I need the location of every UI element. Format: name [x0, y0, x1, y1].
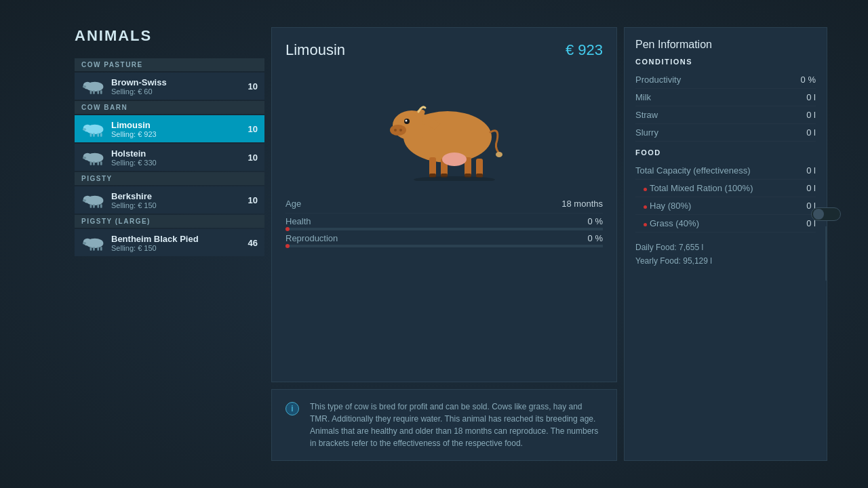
left-panel: ANIMALS COW PASTURE Brown-SwissSelling: … [75, 27, 264, 461]
animal-selling: Selling: € 923 [111, 130, 243, 138]
pen-condition-row: Milk 0 l [635, 89, 816, 106]
svg-rect-3 [90, 90, 92, 94]
stat-label: Age [285, 199, 301, 209]
stat-value: 18 months [561, 199, 603, 209]
animal-icon [81, 190, 106, 209]
svg-rect-17 [90, 161, 92, 165]
animal-detail-price: € 923 [566, 41, 603, 59]
pen-food-label: Total Capacity (effectiveness) [635, 165, 751, 176]
pen-stat-value: 0 l [806, 110, 816, 120]
svg-point-22 [83, 196, 92, 203]
animal-detail-card: Limousin € 923 [271, 27, 617, 382]
svg-point-8 [83, 125, 92, 132]
pen-stat-value: 0 l [806, 92, 816, 102]
sidebar: COW PASTURE Brown-SwissSelling: € 6010CO… [75, 58, 264, 256]
animal-info: LimousinSelling: € 923 [111, 120, 243, 138]
svg-rect-24 [90, 204, 92, 207]
section-header-cow-pasture: COW PASTURE [75, 58, 264, 71]
animal-item-bentheim[interactable]: Bentheim Black PiedSelling: € 15046 [75, 229, 264, 256]
section-header-pigsty: PIGSTY [75, 172, 264, 185]
right-panel: Pen Information CONDITIONS Productivity … [624, 27, 827, 461]
animal-stats: Age 18 months Health 0 % Reproduction 0 … [285, 195, 603, 247]
pen-stat-label: Milk [635, 92, 651, 102]
stat-value: 0 % [588, 233, 603, 243]
animal-name: Bentheim Black Pied [111, 234, 243, 244]
food-section-label: FOOD [635, 148, 816, 157]
section-header-pigsty-large: PIGSTY (LARGE) [75, 215, 264, 228]
svg-point-9 [83, 128, 86, 131]
pen-food-label: Grass (40%) [644, 218, 699, 228]
svg-rect-11 [93, 133, 95, 136]
svg-point-1 [83, 82, 92, 89]
stat-label: Reproduction [285, 233, 338, 243]
animal-selling: Selling: € 60 [111, 87, 243, 96]
food-list: Total Capacity (effectiveness) 0 lTotal … [635, 162, 816, 232]
pen-stat-label: Slurry [635, 127, 658, 138]
svg-rect-13 [100, 133, 102, 136]
toggle-switch[interactable] [811, 207, 841, 221]
svg-rect-33 [97, 247, 99, 250]
page-title: ANIMALS [75, 27, 264, 45]
animal-item-holstein[interactable]: HolsteinSelling: € 33010 [75, 144, 264, 171]
daily-food: Daily Food: 7,655 l [635, 241, 816, 254]
animal-info: HolsteinSelling: € 330 [111, 148, 243, 167]
svg-point-23 [83, 199, 86, 202]
svg-rect-18 [93, 161, 95, 165]
pen-info-card: Pen Information CONDITIONS Productivity … [624, 27, 827, 461]
animal-name: Berkshire [111, 191, 243, 201]
pen-info-title: Pen Information [635, 39, 816, 51]
pen-stat-value: 0 % [801, 75, 816, 85]
yearly-food: Yearly Food: 95,129 l [635, 254, 816, 268]
section-header-cow-barn: COW BARN [75, 101, 264, 114]
svg-rect-25 [93, 204, 95, 207]
svg-point-37 [390, 125, 406, 136]
animal-icon [81, 233, 106, 252]
animal-count: 10 [248, 81, 258, 92]
svg-point-51 [496, 152, 502, 157]
description-card: i This type of cow is bred for profit an… [271, 389, 617, 461]
animal-name: Brown-Swiss [111, 77, 243, 87]
svg-point-38 [394, 129, 397, 131]
animal-count: 46 [248, 238, 258, 248]
pen-food-row: Total Mixed Ration (100%) 0 l [635, 180, 816, 197]
pen-stat-value: 0 l [806, 127, 816, 138]
toggle-bar [825, 226, 827, 281]
svg-point-2 [83, 85, 86, 88]
pen-food-value: 0 l [806, 165, 816, 176]
stat-value: 0 % [588, 216, 603, 226]
animal-icon [81, 119, 106, 138]
pen-stat-label: Straw [635, 110, 658, 120]
pen-food-label: Hay (80%) [644, 201, 691, 211]
stat-bar-bg [285, 245, 603, 247]
animal-selling: Selling: € 150 [111, 201, 243, 209]
svg-rect-34 [100, 247, 102, 250]
animal-item-brown-swiss[interactable]: Brown-SwissSelling: € 6010 [75, 73, 264, 100]
svg-rect-27 [100, 204, 102, 207]
toggle-knob [813, 209, 824, 220]
animal-detail-name: Limousin [285, 41, 345, 59]
svg-rect-12 [97, 133, 99, 136]
stat-row: Age 18 months [285, 195, 603, 214]
svg-rect-26 [97, 204, 99, 207]
svg-point-15 [83, 153, 92, 161]
svg-rect-6 [100, 90, 102, 94]
stat-dot [285, 244, 290, 248]
daily-food-info: Daily Food: 7,655 l Yearly Food: 95,129 … [635, 241, 816, 268]
cow-illustration [376, 73, 512, 181]
animal-icon [81, 148, 106, 167]
svg-point-30 [83, 242, 86, 245]
pen-food-row: Total Capacity (effectiveness) 0 l [635, 162, 816, 180]
svg-point-16 [83, 157, 86, 159]
svg-rect-32 [93, 247, 95, 250]
pen-stat-label: Productivity [635, 75, 681, 85]
animal-icon [81, 77, 106, 96]
stat-bar-row: Health 0 % [285, 214, 603, 230]
animal-item-berkshire[interactable]: BerkshireSelling: € 15010 [75, 186, 264, 214]
stat-label: Health [285, 216, 311, 226]
animal-count: 10 [248, 195, 258, 205]
animal-count: 10 [248, 124, 258, 134]
svg-rect-10 [90, 133, 92, 136]
conditions-list: Productivity 0 %Milk 0 lStraw 0 lSlurry … [635, 71, 816, 142]
animal-item-limousin[interactable]: LimousinSelling: € 92310 [75, 115, 264, 142]
pen-food-row: Grass (40%) 0 l [635, 215, 816, 232]
